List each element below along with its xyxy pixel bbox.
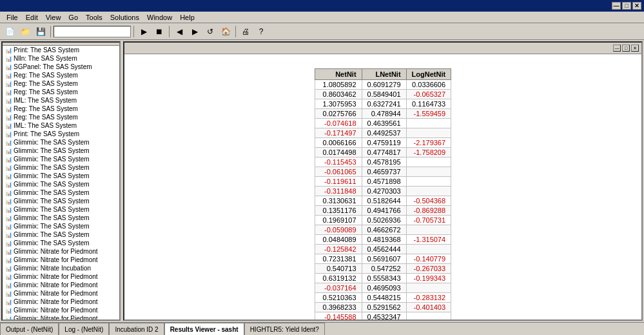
- viewer-maximize-button[interactable]: □: [622, 45, 630, 52]
- tree-icon: 📊: [5, 139, 12, 146]
- tree-item[interactable]: 📊SGPanel: The SAS System: [3, 63, 119, 71]
- tree-item[interactable]: 📊Reg: The SAS System: [3, 79, 119, 88]
- tree-item[interactable]: 📊Glimmix: The SAS System: [3, 147, 119, 155]
- tree-icon: 📊: [5, 282, 12, 289]
- menu-view[interactable]: View: [42, 13, 65, 22]
- tree-item[interactable]: 📊Glimmix: Nitrate Incubation: [3, 264, 119, 272]
- menu-help[interactable]: Help: [176, 13, 199, 22]
- table-row: -0.0371640.4695093: [315, 283, 451, 293]
- status-tab-1[interactable]: Log - (NetNit): [59, 323, 109, 336]
- table-cell: 0.5210363: [315, 293, 362, 303]
- forward-button[interactable]: ▶: [188, 25, 202, 38]
- table-row: -0.1258420.4562444: [315, 245, 451, 254]
- menu-solutions[interactable]: Solutions: [106, 13, 143, 22]
- tree-item[interactable]: 📊Glimmix: The SAS System: [3, 180, 119, 188]
- tree-item[interactable]: 📊Reg: The SAS System: [3, 105, 119, 113]
- tree-item[interactable]: 📊Glimmix: The SAS System: [3, 188, 119, 197]
- print-button[interactable]: 🖨: [239, 25, 253, 38]
- status-tab-2[interactable]: Incubation ID 2: [109, 323, 164, 336]
- tree-item[interactable]: 📊Glimmix: Nitrate for Piedmont: [3, 256, 119, 264]
- tree-item-label: Glimmix: The SAS System: [14, 164, 90, 171]
- table-cell: -2.179367: [406, 138, 451, 148]
- tree-item[interactable]: 📊Reg: The SAS System: [3, 113, 119, 121]
- status-tab-0[interactable]: Output - (NetNit): [0, 323, 59, 336]
- status-tab-3[interactable]: Results Viewer - sasht: [164, 323, 244, 336]
- col-header-lNetNit: LNetNit: [362, 69, 406, 80]
- left-panel: 📊Print: The SAS System📊Nlln: The SAS Sys…: [1, 41, 121, 321]
- tree-item[interactable]: 📊Print: The SAS System: [3, 46, 119, 54]
- tree-icon: 📊: [5, 215, 12, 221]
- tree-item[interactable]: 📊IML: The SAS System: [3, 96, 119, 105]
- toolbar-input[interactable]: [54, 26, 131, 37]
- table-cell: 0.4695093: [362, 283, 406, 293]
- tree-item[interactable]: 📊Glimmix: The SAS System: [3, 205, 119, 214]
- tree-item[interactable]: 📊Glimmix: Nitrate for Piedmont: [3, 289, 119, 298]
- tree-item[interactable]: 📊Glimmix: Nitrate for Piedmont: [3, 247, 119, 256]
- tree-item-label: IML: The SAS System: [14, 97, 77, 104]
- tree-item[interactable]: 📊Print: The SAS System: [3, 130, 119, 138]
- save-button[interactable]: 💾: [34, 25, 48, 38]
- tree-item[interactable]: 📊Glimmix: The SAS System: [3, 197, 119, 205]
- viewer-close-button[interactable]: ✕: [631, 45, 639, 52]
- menu-tools[interactable]: Tools: [82, 13, 106, 22]
- back-button[interactable]: ◀: [172, 25, 186, 38]
- tree-item[interactable]: 📊Reg: The SAS System: [3, 71, 119, 79]
- tree-item[interactable]: 📊Glimmix: The SAS System: [3, 172, 119, 180]
- tree-item[interactable]: 📊Nlln: The SAS System: [3, 54, 119, 63]
- tree-item[interactable]: 📊Reg: The SAS System: [3, 88, 119, 96]
- run-button[interactable]: ▶: [137, 25, 151, 38]
- table-cell: -0.145588: [315, 312, 362, 320]
- tree-item[interactable]: 📊Glimmix: Nitrate for Piedmont: [3, 272, 119, 281]
- tree-item[interactable]: 📊Glimmix: The SAS System: [3, 138, 119, 147]
- table-cell: 0.4578195: [362, 157, 406, 167]
- home-button[interactable]: 🏠: [219, 25, 233, 38]
- tree-item-label: Glimmix: The SAS System: [14, 223, 90, 230]
- open-button[interactable]: 📁: [18, 25, 32, 38]
- status-bar: Output - (NetNit)Log - (NetNit)Incubatio…: [0, 322, 644, 335]
- tree-item-label: Glimmix: The SAS System: [14, 181, 90, 188]
- tree-item[interactable]: 📊Glimmix: Nitrate for Piedmont: [3, 298, 119, 306]
- table-cell: 0.5182644: [362, 196, 406, 206]
- status-tab-4[interactable]: HIGHTLR5: Yield Ident?: [244, 323, 325, 336]
- tree-icon: 📊: [5, 72, 12, 79]
- refresh-button[interactable]: ↺: [203, 25, 217, 38]
- tree-icon: 📊: [5, 47, 12, 54]
- main-layout: 📊Print: The SAS System📊Nlln: The SAS Sys…: [0, 40, 644, 322]
- help-icon-button[interactable]: ?: [254, 25, 268, 38]
- viewer-content[interactable]: NetNit LNetNit LogNetNit 1.08058920.6091…: [124, 54, 641, 320]
- table-cell: 0.4659737: [362, 167, 406, 177]
- tree-icon: 📊: [5, 232, 12, 238]
- maximize-button[interactable]: □: [622, 2, 631, 10]
- tree-item[interactable]: 📊Glimmix: The SAS System: [3, 230, 119, 239]
- tree-item[interactable]: 📊Glimmix: The SAS System: [3, 214, 119, 222]
- tree-icon: 📊: [5, 173, 12, 179]
- tree-item[interactable]: 📊Glimmix: The SAS System: [3, 163, 119, 172]
- tree-item[interactable]: 📊Glimmix: Nitrate for Piedmont: [3, 281, 119, 289]
- table-cell: 0.5026936: [362, 216, 406, 225]
- menu-edit[interactable]: Edit: [22, 13, 42, 22]
- table-cell: -0.059089: [315, 225, 362, 235]
- tree-item[interactable]: 📊Glimmix: The SAS System: [3, 222, 119, 230]
- table-row: -0.1154530.4578195: [315, 157, 451, 167]
- menu-go[interactable]: Go: [64, 13, 82, 22]
- tree-item[interactable]: 📊Glimmix: Nitrate for Piedmont: [3, 314, 119, 320]
- tree-item[interactable]: 📊Glimmix: The SAS System: [3, 155, 119, 163]
- table-cell: 0.4819368: [362, 235, 406, 245]
- tree-item-label: Glimmix: Nitrate for Piedmont: [14, 315, 98, 320]
- tree-item-label: IML: The SAS System: [14, 122, 77, 129]
- tree-icon: 📊: [5, 299, 12, 305]
- viewer-minimize-button[interactable]: —: [613, 45, 621, 52]
- close-button[interactable]: ✕: [632, 2, 641, 10]
- menu-file[interactable]: File: [3, 13, 22, 22]
- tree-item[interactable]: 📊Glimmix: Nitrate for Piedmont: [3, 306, 119, 314]
- tree-icon: 📊: [5, 123, 12, 129]
- minimize-button[interactable]: —: [612, 2, 621, 10]
- table-cell: 0.0275766: [315, 109, 362, 119]
- tree-item[interactable]: 📊Glimmix: The SAS System: [3, 239, 119, 247]
- menu-window[interactable]: Window: [143, 13, 176, 22]
- tree-item-label: Glimmix: Nitrate for Piedmont: [14, 273, 98, 280]
- tree-item[interactable]: 📊IML: The SAS System: [3, 121, 119, 130]
- tree-item-label: Glimmix: Nitrate for Piedmont: [14, 290, 98, 297]
- stop-button[interactable]: ⏹: [152, 25, 166, 38]
- new-button[interactable]: 📄: [3, 25, 17, 38]
